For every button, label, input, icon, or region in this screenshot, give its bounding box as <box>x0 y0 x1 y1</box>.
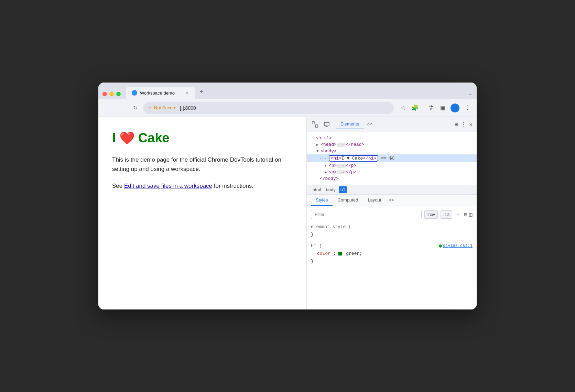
styles-tab-layout[interactable]: Layout <box>363 195 386 206</box>
styles-h1-color-property: color : green; <box>317 250 473 258</box>
styles-panel: Styles Computed Layout >> :hov .cls + ⊟ <box>307 195 477 309</box>
dom-h1-close: </h1> <box>363 156 376 161</box>
page-paragraph-2: See Edit and save files in a workspace f… <box>112 181 293 190</box>
tab-close-button[interactable]: × <box>184 89 189 96</box>
devtools-tabs-more[interactable]: >> <box>364 119 375 129</box>
styles-h1-close: } <box>311 258 473 265</box>
content-area: I ❤️ Cake This is the demo page for the … <box>98 117 477 309</box>
dom-h1-dollar: == $0 <box>381 156 394 161</box>
back-button[interactable]: ← <box>104 103 114 113</box>
traffic-lights <box>102 92 121 99</box>
breadcrumb-html[interactable]: html <box>311 186 323 193</box>
nav-divider <box>423 104 423 112</box>
tab-title: Workspace demo <box>140 90 181 96</box>
styles-hov-button[interactable]: :hov <box>424 210 438 219</box>
tab-favicon: 🌐 <box>132 90 137 96</box>
styles-add-rule-button[interactable]: + <box>455 211 461 218</box>
styles-tab-computed[interactable]: Computed <box>333 195 363 206</box>
extensions-button[interactable]: 🧩 <box>411 104 419 112</box>
page-heading: I ❤️ Cake <box>112 131 293 145</box>
devtools-toolbar-right: ⚙ ⋮ ✕ <box>455 121 473 128</box>
devtools-panel: Elements >> ⚙ ⋮ ✕ <html> ▶ <box>306 117 477 309</box>
dom-body-triangle[interactable]: ▼ <box>315 149 320 154</box>
styles-tabs-more[interactable]: >> <box>386 195 397 206</box>
dom-p1-open: <p> <box>329 163 337 168</box>
inspect-tool-button[interactable] <box>311 120 319 129</box>
styles-selector-text: element.style { <box>311 224 351 229</box>
dom-html-line[interactable]: <html> <box>307 135 477 141</box>
breadcrumb-h1[interactable]: h1 <box>339 186 347 193</box>
green-dot-icon <box>439 244 442 248</box>
dom-p2-line[interactable]: ▶ <p> ··· </p> <box>307 169 477 175</box>
styles-colon: : <box>333 251 339 256</box>
dom-head-line[interactable]: ▶ <head> ··· </head> <box>307 141 477 148</box>
styles-cls-button[interactable]: .cls <box>441 210 452 219</box>
styles-rule-element: element.style { } <box>311 223 473 238</box>
dom-html-tag: <html> <box>316 135 332 141</box>
dom-p2-open: <p> <box>329 170 337 175</box>
devtools-tabs: Elements >> <box>334 119 452 129</box>
styles-element-close: } <box>311 231 473 238</box>
sidebar-button[interactable]: ▣ <box>439 104 446 112</box>
dom-h1-dots[interactable]: ··· <box>319 156 327 161</box>
styles-content: :hov .cls + ⊟ ◫ element.style { <box>307 206 477 309</box>
workspace-link[interactable]: Edit and save files in a workspace <box>124 183 212 189</box>
styles-close-brace: } <box>311 232 314 237</box>
dom-p1-ellipsis[interactable]: ··· <box>337 164 346 168</box>
dom-body-line[interactable]: ▼ <body> <box>307 148 477 154</box>
tab-dropdown-button[interactable]: ⌄ <box>468 91 473 96</box>
address-text: [:]:8000 <box>180 105 196 111</box>
dom-head-close: </head> <box>346 142 365 147</box>
devtools-close-button[interactable]: ✕ <box>469 121 473 128</box>
devtools-menu-button[interactable]: ⋮ <box>461 121 466 128</box>
svg-rect-2 <box>324 122 329 126</box>
dom-p1-line[interactable]: ▶ <p> ··· </p> <box>307 162 477 169</box>
dom-p2-triangle[interactable]: ▶ <box>323 170 328 175</box>
address-bar[interactable]: ⚠ Not Secure [:]:8000 <box>143 102 394 114</box>
labs-button[interactable]: ⚗ <box>427 104 435 112</box>
svg-rect-1 <box>315 125 318 127</box>
styles-tabs: Styles Computed Layout >> <box>307 195 477 206</box>
dom-p2-ellipsis[interactable]: ··· <box>337 170 346 174</box>
new-tab-button[interactable]: + <box>196 86 207 99</box>
profile-avatar[interactable]: 👤 <box>451 104 459 112</box>
styles-prop-value: green; <box>346 251 362 256</box>
dom-body-open: <body> <box>321 149 337 154</box>
styles-tab-styles[interactable]: Styles <box>311 195 333 206</box>
dom-h1-line[interactable]: ··· <h1>I ♥ Cake</h1> == $0 <box>307 154 477 162</box>
breadcrumb-body[interactable]: body <box>324 186 337 193</box>
dom-p1-close: </p> <box>346 163 356 168</box>
forward-button[interactable]: → <box>117 103 127 113</box>
styles-h1-selector-row: styles.css:1 h1 { <box>311 242 473 250</box>
styles-sidebar-icon[interactable]: ◫ <box>469 211 473 218</box>
browser-window: 🌐 Workspace demo × + ⌄ ← → ↻ ⚠ Not Secur… <box>98 83 477 309</box>
svg-rect-3 <box>325 127 328 127</box>
dom-h1-open: <h1> <box>331 156 341 161</box>
dom-p2-close: </p> <box>346 170 356 175</box>
styles-copy-icon[interactable]: ⊟ <box>464 211 467 218</box>
paragraph-2-prefix: See <box>112 183 124 189</box>
styles-filter-row: :hov .cls + ⊟ ◫ <box>311 210 473 219</box>
devtools-settings-button[interactable]: ⚙ <box>455 121 458 128</box>
svg-rect-0 <box>312 122 315 124</box>
dom-head-triangle[interactable]: ▶ <box>315 142 320 147</box>
bookmark-button[interactable]: ☆ <box>399 104 407 112</box>
dom-body-close-line[interactable]: </body> <box>307 175 477 182</box>
dom-p1-triangle[interactable]: ▶ <box>323 163 328 168</box>
nav-bar: ← → ↻ ⚠ Not Secure [:]:8000 ☆ 🧩 ⚗ ▣ 👤 ⋮ <box>98 99 477 117</box>
close-traffic-light[interactable] <box>102 92 107 96</box>
browser-menu-button[interactable]: ⋮ <box>464 104 471 112</box>
heading-cake: Cake <box>138 131 170 145</box>
dom-head-ellipsis[interactable]: ··· <box>337 143 346 147</box>
styles-element-selector: element.style { <box>311 223 473 231</box>
color-swatch-green[interactable] <box>338 252 342 255</box>
styles-source-link[interactable]: styles.css:1 <box>439 242 473 249</box>
minimize-traffic-light[interactable] <box>109 92 114 96</box>
styles-h1-close-brace: } <box>311 259 314 264</box>
active-tab[interactable]: 🌐 Workspace demo × <box>126 87 195 99</box>
device-toolbar-button[interactable] <box>323 120 331 129</box>
devtools-tab-elements[interactable]: Elements <box>336 119 364 129</box>
styles-filter-input[interactable] <box>311 210 422 219</box>
maximize-traffic-light[interactable] <box>116 92 121 96</box>
reload-button[interactable]: ↻ <box>130 103 140 113</box>
